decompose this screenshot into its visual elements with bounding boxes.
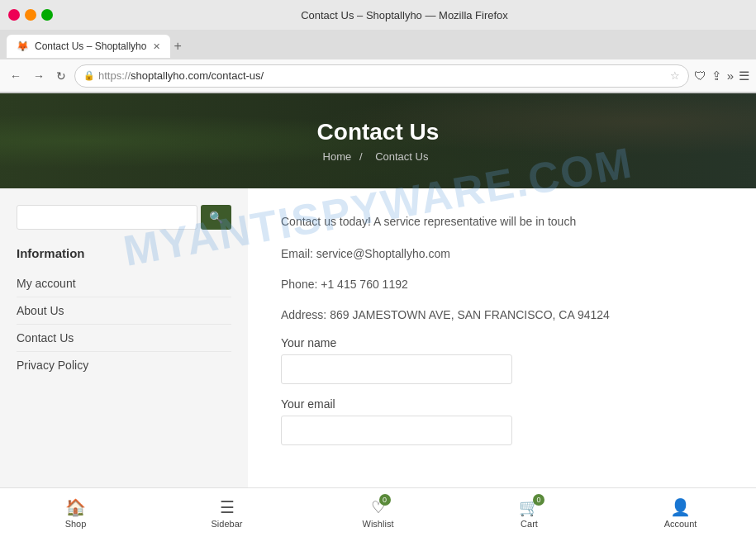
cart-label: Cart bbox=[521, 519, 538, 529]
contact-intro: Contact us today! A service representati… bbox=[281, 213, 723, 230]
contact-email: Email: service@Shoptallyho.com bbox=[281, 244, 723, 264]
close-window-button[interactable] bbox=[8, 9, 20, 21]
search-box: 🔍 bbox=[17, 205, 231, 230]
account-icon: 👤 bbox=[670, 497, 691, 517]
form-email-input[interactable] bbox=[281, 416, 512, 445]
address-label: Address: bbox=[281, 308, 326, 321]
bottom-nav-wishlist[interactable]: ♡ 0 Wishlist bbox=[302, 497, 454, 529]
star-icon[interactable]: ☆ bbox=[670, 69, 680, 82]
bottom-nav-sidebar[interactable]: ☰ Sidebar bbox=[151, 497, 302, 529]
phone-value: +1 415 760 1192 bbox=[321, 278, 408, 291]
address-value: 869 JAMESTOWN AVE, SAN FRANCISCO, CA 941… bbox=[330, 308, 610, 321]
account-label: Account bbox=[664, 519, 697, 529]
cart-badge: 0 bbox=[533, 494, 544, 506]
wishlist-icon: ♡ 0 bbox=[371, 497, 386, 517]
sidebar-label: Sidebar bbox=[212, 519, 243, 529]
breadcrumb: Home / Contact Us bbox=[323, 150, 434, 163]
cart-icon: 🛒 0 bbox=[519, 497, 540, 517]
sidebar-item-contact-us[interactable]: Contact Us bbox=[17, 325, 231, 352]
page-content: Contact Us Home / Contact Us 🔍 Informati… bbox=[0, 93, 756, 537]
shield-icon[interactable]: 🛡 bbox=[694, 69, 706, 83]
shop-icon: 🏠 bbox=[65, 497, 86, 517]
active-tab[interactable]: 🦊 Contact Us – Shoptallyho ✕ bbox=[7, 35, 170, 58]
url-text: https://shoptallyho.com/contact-us/ bbox=[98, 69, 667, 82]
share-icon[interactable]: ⇪ bbox=[711, 69, 722, 83]
url-path: /contact-us/ bbox=[208, 69, 264, 82]
window-title: Contact Us – Shoptallyho — Mozilla Firef… bbox=[61, 9, 748, 21]
wishlist-badge: 0 bbox=[379, 494, 391, 506]
new-tab-button[interactable]: + bbox=[174, 39, 181, 54]
bottom-nav-cart[interactable]: 🛒 0 Cart bbox=[454, 497, 605, 529]
bottom-nav-account[interactable]: 👤 Account bbox=[605, 497, 756, 529]
breadcrumb-separator: / bbox=[359, 150, 363, 163]
main-content: Contact us today! A service representati… bbox=[248, 188, 756, 488]
form-name-input[interactable] bbox=[281, 354, 512, 384]
back-button[interactable]: ← bbox=[7, 68, 25, 84]
close-tab-button[interactable]: ✕ bbox=[153, 41, 160, 52]
url-domain: shoptallyho.com bbox=[131, 69, 208, 82]
more-tools-icon[interactable]: » bbox=[727, 69, 734, 83]
address-bar[interactable]: 🔒 https://shoptallyho.com/contact-us/ ☆ bbox=[74, 64, 689, 88]
sidebar-item-my-account[interactable]: My account bbox=[17, 270, 231, 297]
hero-banner: Contact Us Home / Contact Us bbox=[0, 93, 756, 188]
sidebar-nav: My account About Us Contact Us Privacy P… bbox=[17, 270, 231, 378]
email-value: service@Shoptallyho.com bbox=[316, 247, 450, 260]
breadcrumb-home[interactable]: Home bbox=[323, 150, 352, 163]
search-input[interactable] bbox=[17, 205, 197, 230]
nav-bar: ← → ↻ 🔒 https://shoptallyho.com/contact-… bbox=[0, 59, 756, 93]
favicon-icon: 🦊 bbox=[17, 40, 28, 52]
sidebar-section-title: Information bbox=[17, 246, 231, 260]
contact-phone: Phone: +1 415 760 1192 bbox=[281, 274, 723, 295]
form-email-group: Your email bbox=[281, 397, 723, 445]
form-email-label: Your email bbox=[281, 397, 723, 411]
minimize-window-button[interactable] bbox=[25, 9, 36, 21]
page-title: Contact Us bbox=[317, 119, 440, 145]
bottom-nav-shop[interactable]: 🏠 Shop bbox=[0, 497, 151, 529]
sidebar-item-privacy-policy[interactable]: Privacy Policy bbox=[17, 352, 231, 378]
breadcrumb-current: Contact Us bbox=[375, 150, 428, 163]
title-bar: Contact Us – Shoptallyho — Mozilla Firef… bbox=[0, 0, 756, 30]
browser-chrome: Contact Us – Shoptallyho — Mozilla Firef… bbox=[0, 0, 756, 93]
url-scheme: https:// bbox=[98, 69, 131, 82]
bottom-nav: 🏠 Shop ☰ Sidebar ♡ 0 Wishlist 🛒 0 Cart 👤… bbox=[0, 487, 756, 537]
wishlist-label: Wishlist bbox=[363, 519, 394, 529]
sidebar-icon: ☰ bbox=[220, 497, 235, 517]
sidebar: 🔍 Information My account About Us Contac… bbox=[0, 188, 248, 488]
maximize-window-button[interactable] bbox=[41, 9, 53, 21]
tab-bar: 🦊 Contact Us – Shoptallyho ✕ + bbox=[0, 30, 756, 59]
form-name-group: Your name bbox=[281, 336, 723, 384]
shop-label: Shop bbox=[65, 519, 87, 529]
contact-address: Address: 869 JAMESTOWN AVE, SAN FRANCISC… bbox=[281, 305, 723, 326]
window-controls bbox=[8, 9, 53, 21]
email-label: Email: bbox=[281, 247, 313, 260]
forward-button[interactable]: → bbox=[30, 68, 48, 84]
menu-icon[interactable]: ☰ bbox=[739, 69, 749, 83]
phone-label: Phone: bbox=[281, 278, 317, 291]
search-button[interactable]: 🔍 bbox=[201, 205, 231, 230]
reload-button[interactable]: ↻ bbox=[53, 68, 69, 84]
form-name-label: Your name bbox=[281, 336, 723, 349]
sidebar-item-about-us[interactable]: About Us bbox=[17, 297, 231, 325]
main-layout: 🔍 Information My account About Us Contac… bbox=[0, 188, 756, 488]
lock-icon: 🔒 bbox=[83, 70, 95, 81]
nav-icons: 🛡 ⇪ » ☰ bbox=[694, 69, 749, 83]
tab-title: Contact Us – Shoptallyho bbox=[35, 40, 146, 52]
